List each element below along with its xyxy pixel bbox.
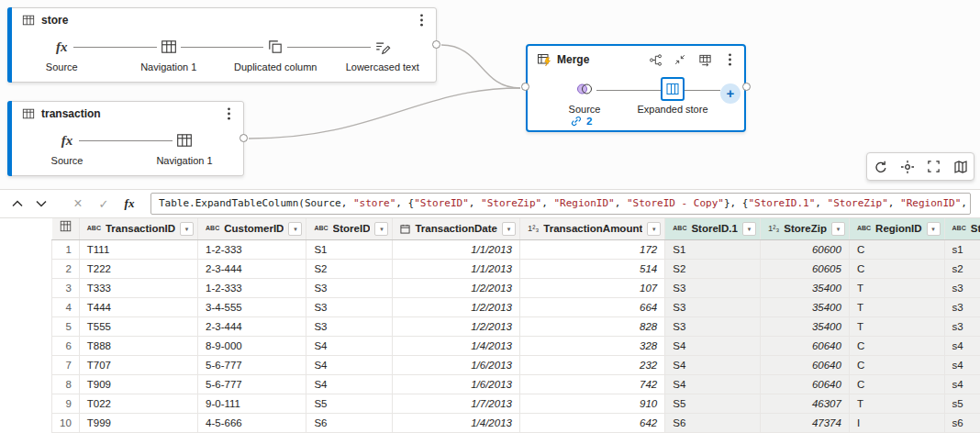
merge-input-links[interactable]: 2 <box>570 115 592 128</box>
table-cell[interactable]: S5 <box>306 394 393 413</box>
table-cell[interactable]: 46307 <box>760 394 849 413</box>
fullscreen-icon[interactable] <box>920 153 947 180</box>
column-header-storeid-1[interactable]: ABCStoreID.1▾ <box>665 218 761 239</box>
collapse-icon[interactable] <box>673 52 687 67</box>
add-step-button[interactable]: + <box>720 83 741 104</box>
filter-dropdown-icon[interactable]: ▾ <box>374 222 388 236</box>
table-cell[interactable]: s1 <box>944 239 980 259</box>
previous-step-icon[interactable] <box>7 194 28 214</box>
schema-view-icon[interactable] <box>697 52 712 67</box>
table-cell[interactable]: I <box>849 413 944 432</box>
table-cell[interactable]: T022 <box>79 394 197 413</box>
table-cell[interactable]: C <box>849 355 944 374</box>
table-cell[interactable]: T <box>849 316 944 336</box>
filter-dropdown-icon[interactable]: ▾ <box>742 222 756 236</box>
column-header-storeid-copy[interactable]: ABCStoreID - Copy▾ <box>944 218 980 239</box>
table-cell[interactable]: 47374 <box>760 413 849 432</box>
table-cell[interactable]: 60640 <box>760 355 849 374</box>
table-cell[interactable]: s4 <box>944 355 980 374</box>
table-cell[interactable]: S4 <box>665 374 761 394</box>
table-cell[interactable]: 3-4-555 <box>198 297 306 316</box>
column-header-transactionid[interactable]: ABCTransactionID▾ <box>79 218 197 239</box>
table-cell[interactable]: 828 <box>519 316 664 336</box>
table-cell[interactable]: 1/2/2013 <box>393 316 519 336</box>
table-cell[interactable]: 1/7/2013 <box>393 394 519 413</box>
table-cell[interactable]: s6 <box>944 413 980 432</box>
table-cell[interactable]: T222 <box>79 259 197 278</box>
minimap-icon[interactable] <box>947 153 974 180</box>
table-cell[interactable]: S3 <box>665 278 761 297</box>
diagram-view[interactable]: store fxSourceNavigation 1Duplicated col… <box>0 0 980 189</box>
table-cell[interactable]: T <box>849 297 944 316</box>
table-cell[interactable]: 328 <box>519 336 664 355</box>
table-cell[interactable]: 107 <box>519 278 664 297</box>
row-number[interactable]: 9 <box>52 394 80 413</box>
table-cell[interactable]: s5 <box>944 394 980 413</box>
input-port[interactable] <box>521 83 529 91</box>
table-cell[interactable]: s2 <box>944 259 980 278</box>
table-cell[interactable]: S1 <box>306 239 393 259</box>
step-lowercased-text[interactable]: Lowercased text <box>329 35 437 72</box>
row-number[interactable]: 4 <box>52 297 80 316</box>
table-cell[interactable]: 172 <box>519 239 664 259</box>
table-cell[interactable]: 1-2-333 <box>198 239 306 259</box>
table-cell[interactable]: 35400 <box>760 278 849 297</box>
filter-dropdown-icon[interactable]: ▾ <box>927 222 941 236</box>
table-cell[interactable]: 664 <box>519 297 664 316</box>
table-cell[interactable]: T111 <box>79 239 197 259</box>
column-header-storezip[interactable]: 1²₃StoreZip▾ <box>760 218 849 239</box>
table-cell[interactable]: 1-2-333 <box>198 278 306 297</box>
table-cell[interactable]: S2 <box>306 259 393 278</box>
table-cell[interactable]: T <box>849 394 944 413</box>
table-cell[interactable]: 1/6/2013 <box>393 355 519 374</box>
table-cell[interactable]: S4 <box>665 355 761 374</box>
table-cell[interactable]: S4 <box>306 374 393 394</box>
table-cell[interactable]: 1/4/2013 <box>393 336 519 355</box>
table-cell[interactable]: T <box>849 278 944 297</box>
table-cell[interactable]: T707 <box>79 355 197 374</box>
table-cell[interactable]: 1/2/2013 <box>393 297 519 316</box>
table-cell[interactable]: 5-6-777 <box>198 374 306 394</box>
table-cell[interactable]: s4 <box>944 336 980 355</box>
table-cell[interactable]: T909 <box>79 374 197 394</box>
step-duplicated-column[interactable]: Duplicated column <box>222 35 329 72</box>
table-cell[interactable]: 514 <box>519 259 664 278</box>
query-card-transaction[interactable]: transaction fxSourceNavigation 1 <box>7 101 244 176</box>
filter-dropdown-icon[interactable]: ▾ <box>647 222 661 236</box>
table-cell[interactable]: C <box>849 239 944 259</box>
table-cell[interactable]: s3 <box>944 316 980 336</box>
table-cell[interactable]: S3 <box>306 278 393 297</box>
table-cell[interactable]: 60640 <box>760 336 849 355</box>
undo-layout-icon[interactable] <box>867 153 894 180</box>
table-cell[interactable]: C <box>849 374 944 394</box>
table-cell[interactable]: S3 <box>306 316 393 336</box>
next-step-icon[interactable] <box>31 194 51 214</box>
row-number[interactable]: 3 <box>52 278 80 297</box>
fit-view-icon[interactable] <box>894 153 920 180</box>
row-number[interactable]: 1 <box>52 239 80 259</box>
table-cell[interactable]: 742 <box>519 374 664 394</box>
step-navigation-1[interactable]: Navigation 1 <box>116 35 223 72</box>
table-cell[interactable]: S6 <box>665 413 761 432</box>
table-cell[interactable]: 5-6-777 <box>198 355 306 374</box>
step-source[interactable]: fxSource <box>8 128 126 166</box>
filter-dropdown-icon[interactable]: ▾ <box>288 222 302 236</box>
kebab-menu-icon[interactable] <box>722 52 737 67</box>
query-card-store[interactable]: store fxSourceNavigation 1Duplicated col… <box>7 7 437 83</box>
table-cell[interactable]: T444 <box>79 297 197 316</box>
table-cell[interactable]: S3 <box>665 297 761 316</box>
formula-input[interactable]: Table.ExpandTableColumn(Source, "store",… <box>150 193 971 215</box>
table-cell[interactable]: 910 <box>519 394 664 413</box>
output-port[interactable] <box>239 134 248 142</box>
table-cell[interactable]: 60600 <box>760 239 849 259</box>
table-cell[interactable]: T555 <box>79 316 197 336</box>
row-number[interactable]: 7 <box>52 355 80 374</box>
step-navigation-1[interactable]: Navigation 1 <box>126 128 243 166</box>
column-header-storeid[interactable]: ABCStoreID▾ <box>306 218 393 239</box>
table-cell[interactable]: S4 <box>306 355 393 374</box>
cancel-formula-icon[interactable]: × <box>68 194 88 214</box>
table-cell[interactable]: S5 <box>665 394 761 413</box>
output-port[interactable] <box>742 83 751 91</box>
step-source[interactable]: Source <box>540 77 629 115</box>
table-cell[interactable]: T888 <box>79 336 197 355</box>
